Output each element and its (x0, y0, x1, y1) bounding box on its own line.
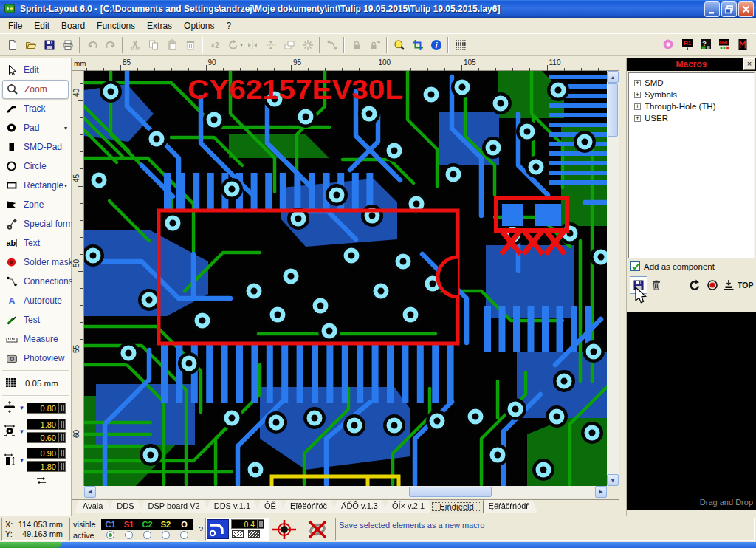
close-button-icon[interactable] (738, 1, 754, 17)
sidebar-tool-circle[interactable]: Circle (0, 157, 71, 176)
toolbar-lock-button[interactable] (347, 36, 365, 54)
sidebar-tool-solder-mask[interactable]: Solder mask (0, 253, 71, 272)
tab-v-2-1[interactable]: ÔÍ× v.2.1 (383, 500, 433, 513)
toolbar-select-area-button[interactable] (408, 36, 427, 54)
layer-active-radio-s1[interactable] (125, 531, 133, 539)
layer-active-radio-o[interactable] (180, 531, 188, 539)
toolbar-stack-button[interactable] (280, 36, 298, 54)
toolbar-x2-button[interactable]: ×2 (205, 36, 224, 54)
toolbar-zoom-all-button[interactable] (390, 36, 408, 54)
remove-connection-button[interactable] (301, 518, 334, 541)
start-button-fragment[interactable] (0, 542, 62, 548)
pad-size-spinner[interactable] (59, 419, 66, 430)
toolbar-mirror-h-button[interactable] (243, 36, 261, 54)
restore-button-icon[interactable] (721, 1, 737, 17)
sidebar-tool-smd-pad[interactable]: SMD-Pad (0, 137, 71, 157)
toolbar-print-button[interactable] (58, 36, 77, 54)
scroll-down-icon[interactable]: ▼ (607, 474, 619, 486)
smd-size-spinner[interactable] (59, 461, 66, 472)
menu-item-item[interactable]: ? (220, 18, 237, 33)
menu-item-options[interactable]: Options (178, 18, 220, 33)
toolbar-burst-button[interactable] (298, 36, 317, 54)
menu-item-extras[interactable]: Extras (141, 18, 178, 33)
horizontal-scrollbar[interactable]: ◀ ▶ (84, 486, 607, 498)
toolbar-copy-button[interactable] (144, 36, 162, 54)
tab-dds[interactable]: DDS (108, 500, 142, 513)
track-width-field[interactable]: 0.4 (231, 519, 258, 529)
tab-l[interactable]: Ęīńđīëëlđ (430, 500, 483, 513)
sidebar-tool-connections[interactable]: Connections (0, 272, 71, 291)
tree-item-through-hole-th[interactable]: +Through-Hole (TH) (630, 100, 752, 112)
pad-size-field[interactable]: 1.80 (27, 419, 59, 430)
hatch-style-1-button[interactable] (232, 530, 244, 538)
vertical-scroll-thumb[interactable] (608, 83, 618, 137)
layer-active-radio-c2[interactable] (143, 531, 151, 539)
sidebar-tool-zoom[interactable]: Zoom (2, 80, 69, 99)
expand-plus-icon[interactable]: + (634, 103, 641, 110)
sidebar-tool-edit[interactable]: Edit (0, 61, 71, 80)
smd-size-spinner[interactable] (59, 448, 66, 459)
toolbar-cut-button[interactable] (126, 36, 144, 54)
toolbar-undo-button[interactable] (83, 36, 101, 54)
vertical-scrollbar[interactable]: ▲ ▼ (607, 71, 619, 486)
tab-avala[interactable]: Avala (74, 500, 111, 513)
menu-item-board[interactable]: Board (55, 18, 91, 33)
track-mode-button[interactable] (207, 519, 229, 539)
menu-item-functions[interactable]: Functions (91, 18, 141, 33)
toolbar-info-button[interactable]: i (427, 36, 445, 54)
sidebar-tool-track[interactable]: Track (0, 99, 71, 118)
toolbar-redo-button[interactable] (101, 36, 120, 54)
macro-rotate-button[interactable] (686, 276, 704, 294)
scroll-up-icon[interactable]: ▲ (607, 71, 619, 83)
toolbar-trash-button[interactable] (181, 36, 199, 54)
tab-d[interactable]: Ęëŕâčŕńódŕ (480, 500, 537, 513)
toolbar-drc-badge[interactable]: DRC (715, 36, 733, 54)
sidebar-tool-photoview[interactable]: Photoview (0, 349, 71, 368)
scroll-left-icon[interactable]: ◀ (84, 486, 96, 498)
chevron-down-icon[interactable]: ▾ (17, 456, 27, 464)
add-as-component-checkbox[interactable]: Add as component (630, 261, 715, 271)
tab-item[interactable]: ÓĚ (255, 500, 285, 513)
expand-plus-icon[interactable]: + (634, 115, 641, 122)
toolbar-pink-ring[interactable] (659, 36, 678, 54)
sidebar-tool-special-form[interactable]: Special form (0, 214, 71, 233)
toolbar-open-button[interactable] (21, 36, 40, 54)
layer-chip-o[interactable]: O (175, 520, 193, 529)
expand-plus-icon[interactable]: + (634, 80, 641, 86)
layer-chip-s1[interactable]: S1 (120, 520, 138, 529)
sidebar-tool-autoroute[interactable]: AAutoroute (0, 291, 71, 310)
pad-size-spinner[interactable] (59, 432, 66, 443)
pcb-editor-canvas[interactable]: CY62157EV30L (84, 71, 607, 486)
sidebar-tool-pad[interactable]: Pad▾ (0, 118, 71, 137)
minimize-button-icon[interactable] (704, 1, 720, 17)
sidebar-tool-test[interactable]: Test (0, 310, 71, 329)
macro-delete-button[interactable] (647, 276, 665, 294)
tab-item[interactable]: Ęīëëóńřöč (281, 500, 336, 513)
swap-values[interactable] (0, 475, 71, 487)
track-width-field[interactable]: 0.80 (27, 403, 59, 414)
sidebar-tool-zone[interactable]: Zone (0, 195, 71, 214)
macros-close-icon[interactable]: × (743, 58, 755, 70)
toolbar-help-board[interactable]: ? (696, 36, 715, 54)
toolbar-mirror-v-button[interactable] (261, 36, 280, 54)
grid-setting[interactable]: 0.05 mm (0, 374, 71, 393)
toolbar-connections-button[interactable] (323, 36, 341, 54)
toolbar-m-badge[interactable] (733, 36, 752, 54)
pad-size-field[interactable]: 0.60 (27, 432, 59, 443)
tab-dds-v-1-1[interactable]: DDS v.1.1 (205, 500, 259, 513)
toolbar-lock-arrow-button[interactable] (365, 36, 384, 54)
toolbar-r1-badge[interactable]: R1 (678, 36, 696, 54)
tree-item-user[interactable]: +USER (630, 112, 752, 124)
toolbar-save-button[interactable] (40, 36, 58, 54)
sidebar-tool-rectangle[interactable]: Rectangle▾ (0, 176, 71, 195)
layer-chip-s2[interactable]: S2 (157, 520, 175, 529)
tree-item-symbols[interactable]: +Symbols (630, 89, 752, 100)
layer-active-radio-s2[interactable] (162, 531, 170, 539)
smd-size-field[interactable]: 1.80 (27, 461, 59, 472)
toolbar-grid-capture-button[interactable] (451, 36, 470, 54)
expand-plus-icon[interactable]: + (634, 92, 641, 98)
chevron-down-icon[interactable]: ▾ (17, 404, 27, 411)
menu-item-file[interactable]: File (2, 18, 28, 33)
horizontal-scroll-thumb[interactable] (409, 487, 492, 497)
macro-top-button[interactable]: TOP (721, 276, 753, 294)
